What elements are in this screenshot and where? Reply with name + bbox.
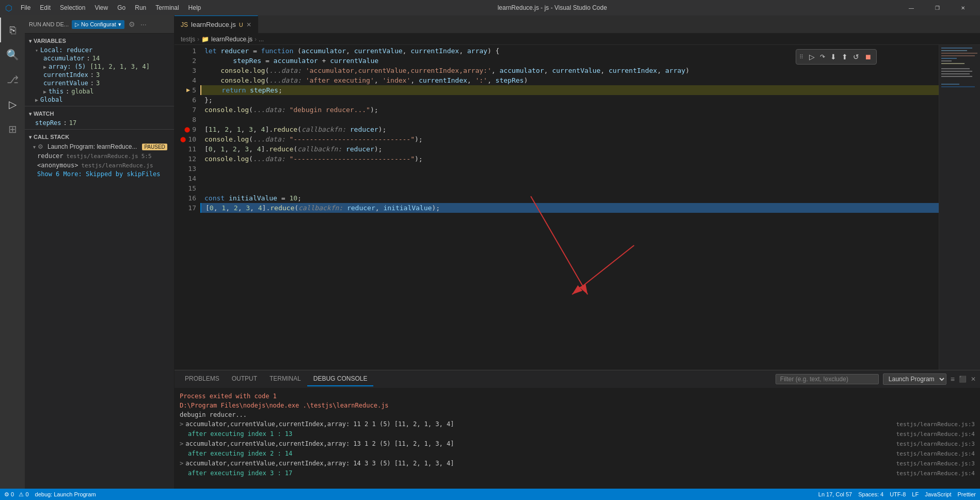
callstack-header[interactable]: ▾ CALL STACK	[25, 132, 174, 142]
watch-var-name: stepRes	[35, 119, 61, 127]
status-position[interactable]: Ln 17, Col 57	[818, 491, 852, 497]
watch-chevron-icon: ▾	[29, 111, 31, 117]
panel-maximize-icon[interactable]: ⬛	[959, 376, 967, 383]
status-errors[interactable]: ⚙ 0 ⚠ 0	[4, 491, 29, 498]
breadcrumb-filename[interactable]: learnReduce.js	[211, 36, 252, 43]
variables-title: VARIABLES	[34, 38, 66, 44]
watch-stepRes[interactable]: stepRes : 17	[27, 119, 172, 127]
var-name-this: this	[49, 88, 64, 95]
var-currentIndex[interactable]: currentIndex : 3	[27, 71, 172, 79]
status-eol[interactable]: LF	[912, 491, 919, 497]
panel-area: PROBLEMS OUTPUT TERMINAL DEBUG CONSOLE L…	[175, 370, 980, 489]
status-formatter[interactable]: Prettier	[958, 491, 976, 497]
debug-stepinto-button[interactable]: ⬇	[829, 51, 838, 62]
svg-rect-3	[941, 53, 977, 54]
title-bar: ⬡ File Edit Selection View Go Run Termin…	[0, 0, 980, 15]
callstack-line: 5:5	[141, 153, 152, 160]
activity-bar: ⎘ 🔍 ⎇ ▷ ⊞	[0, 15, 25, 489]
menu-file[interactable]: File	[17, 3, 35, 12]
callstack-show-more[interactable]: Show 6 More: Skipped by skipFiles	[25, 170, 174, 178]
debug-continue-button[interactable]: ▷	[808, 51, 816, 62]
editor-tab-learnReduceJs[interactable]: JS learnReduce.js U ✕	[175, 15, 258, 33]
debug-ellipsis-button[interactable]: ···	[139, 19, 148, 29]
callstack-section: ▾ CALL STACK ▾ ⚙ Launch Program: learnRe…	[25, 129, 174, 180]
tab-bar: JS learnReduce.js U ✕	[175, 15, 980, 34]
panel-close-icon[interactable]: ✕	[971, 376, 976, 383]
line-num-15: 15	[175, 183, 196, 193]
watch-title: WATCH	[34, 111, 54, 117]
activity-search-icon[interactable]: 🔍	[0, 42, 25, 67]
panel-tab-output[interactable]: OUTPUT	[226, 372, 263, 386]
watch-tree: stepRes : 17	[25, 119, 174, 127]
activity-explorer-icon[interactable]: ⎘	[0, 18, 25, 42]
variables-chevron-icon: ▾	[29, 38, 31, 44]
console-arrow-2: >	[180, 439, 183, 448]
var-name-currentValue: currentValue	[43, 80, 88, 87]
svg-rect-11	[941, 76, 972, 77]
breadcrumb-testjs[interactable]: testjs	[181, 36, 195, 43]
activity-extensions-icon[interactable]: ⊞	[0, 117, 25, 142]
run-config-button[interactable]: ▷ No Configurat ▾	[72, 20, 124, 29]
status-bar: ⚙ 0 ⚠ 0 debug: Launch Program Ln 17, Col…	[0, 489, 980, 500]
menu-edit[interactable]: Edit	[36, 3, 55, 12]
menu-view[interactable]: View	[90, 3, 112, 12]
tab-filename: learnReduce.js	[191, 21, 236, 28]
svg-rect-10	[941, 73, 970, 74]
svg-rect-7	[941, 63, 965, 64]
menu-help[interactable]: Help	[184, 3, 206, 12]
debug-stepover-button[interactable]: ↷	[818, 52, 827, 62]
breadcrumb-ellipsis[interactable]: ...	[259, 36, 264, 43]
menu-selection[interactable]: Selection	[56, 3, 89, 12]
console-debugin-text: debugin reducer...	[180, 410, 247, 419]
status-encoding[interactable]: UTF-8	[890, 491, 906, 497]
callstack-item-reducer[interactable]: reducer testjs/learnReduce.js 5:5	[25, 151, 174, 161]
activity-debug-icon[interactable]: ▷	[0, 92, 25, 117]
maximize-button[interactable]: ❐	[925, 0, 949, 15]
var-name-currentIndex: currentIndex	[43, 71, 88, 79]
panel-tab-terminal[interactable]: TERMINAL	[263, 372, 307, 386]
callstack-launch-name: Launch Program: learnReduce...	[48, 143, 137, 150]
minimap	[939, 45, 980, 370]
debug-stepout-button[interactable]: ⬆	[840, 51, 849, 62]
code-line-14	[200, 174, 939, 183]
minimize-button[interactable]: —	[899, 0, 923, 15]
menu-go[interactable]: Go	[113, 3, 130, 12]
debug-stop-button[interactable]: ⏹	[863, 51, 873, 62]
var-currentValue[interactable]: currentValue : 3	[27, 79, 172, 87]
svg-rect-1	[941, 48, 972, 49]
status-language[interactable]: JavaScript	[925, 491, 951, 497]
callstack-item-anonymous[interactable]: <anonymous> testjs/learnReduce.js	[25, 161, 174, 170]
callstack-chevron-icon: ▾	[29, 134, 31, 140]
code-content[interactable]: let reducer = function (accumulator, cur…	[200, 45, 939, 370]
var-global[interactable]: ▶ Global	[27, 96, 172, 104]
console-line-exit: Process exited with code 1	[180, 392, 975, 401]
var-this[interactable]: ▶ this : global	[27, 87, 172, 96]
activity-git-icon[interactable]: ⎇	[0, 67, 25, 92]
variables-header[interactable]: ▾ VARIABLES	[25, 36, 174, 46]
debug-restart-button[interactable]: ↺	[851, 51, 861, 62]
breadcrumb: testjs › 📁 learnReduce.js › ...	[175, 34, 980, 45]
var-group-local[interactable]: ▾ Local: reducer	[27, 46, 172, 54]
tab-close-button[interactable]: ✕	[246, 21, 251, 28]
panel-menu-icon[interactable]: ≡	[951, 375, 955, 383]
console-acc3-file: testjs/learnReduce.js:3	[896, 459, 975, 468]
status-spaces[interactable]: Spaces: 4	[858, 491, 883, 497]
panel-tab-debug-console[interactable]: DEBUG CONSOLE	[307, 372, 374, 386]
code-line-6: };	[200, 95, 939, 105]
callstack-launch-item[interactable]: ▾ ⚙ Launch Program: learnReduce... PAUSE…	[25, 142, 174, 151]
debug-gear-button[interactable]: ⚙	[128, 19, 136, 29]
line-num-12: 12	[175, 154, 196, 164]
var-accumulator[interactable]: accumulator : 14	[27, 54, 172, 62]
line-num-7: 7	[175, 105, 196, 115]
menu-run[interactable]: Run	[131, 3, 150, 12]
watch-header[interactable]: ▾ WATCH	[25, 108, 174, 119]
menu-terminal[interactable]: Terminal	[151, 3, 183, 12]
tab-modified-dot: U	[239, 22, 243, 28]
var-array[interactable]: ▶ array: (5) [11, 2, 1, 3, 4]	[27, 62, 172, 71]
panel-tab-problems[interactable]: PROBLEMS	[179, 372, 226, 386]
console-line-debugin: debugin reducer...	[180, 410, 975, 419]
main-layout: ⎘ 🔍 ⎇ ▷ ⊞ RUN AND DE... ▷ No Configurat …	[0, 15, 980, 489]
close-button[interactable]: ✕	[951, 0, 975, 15]
launch-program-select[interactable]: Launch Program	[883, 373, 946, 385]
console-filter-input[interactable]	[776, 374, 879, 384]
